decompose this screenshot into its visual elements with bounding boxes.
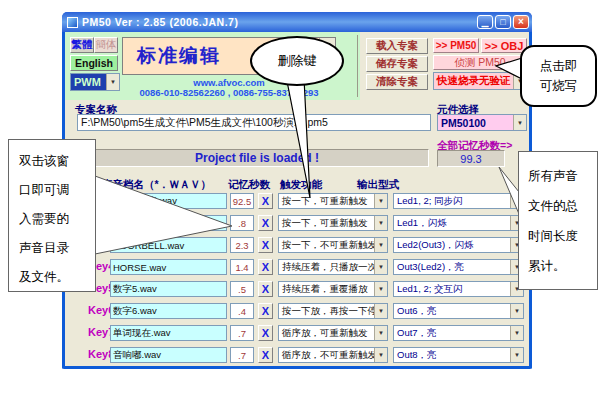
callout-line: 口即可调 (19, 176, 95, 205)
output-dropdown[interactable]: Out7，亮▼ (393, 325, 524, 341)
seconds-field[interactable] (230, 259, 254, 275)
seconds-field[interactable] (230, 215, 254, 231)
output-value: Out3(Led2)，亮 (394, 260, 510, 274)
component-value: PM50100 (438, 115, 513, 130)
trigger-value: 持续压着，重覆播放 (279, 282, 374, 296)
minimize-button[interactable]: ▁ (477, 15, 493, 29)
save-project-button[interactable]: 储存专案 (366, 56, 428, 72)
trigger-dropdown[interactable]: 按一下，不可重新触发▼ (278, 237, 388, 253)
sound-file-input[interactable] (110, 281, 227, 297)
table-row: Key1 X 按一下，可重新触发▼ Led1, 2; 同步闪▼ (65, 193, 529, 210)
delete-button[interactable]: X (258, 281, 273, 297)
chevron-down-icon[interactable]: ▼ (510, 348, 523, 362)
burn-mode-value: 快速烧录无验证 (434, 73, 513, 89)
table-row: Key6 X 按一下放，再按一下停▼ Out6，亮▼ (65, 303, 529, 320)
seconds-field[interactable] (230, 237, 254, 253)
total-seconds-value: 99.3 (437, 150, 505, 167)
output-value: Out7，亮 (394, 326, 510, 340)
key-label: Key7 (88, 326, 112, 338)
table-row: Key2 X 按一下，可重新触发▼ Led1，闪烁▼ (65, 215, 529, 232)
output-dropdown[interactable]: Led1, 2; 交互闪▼ (393, 281, 524, 297)
trigger-value: 循序放，可重新触发 (279, 326, 374, 340)
sound-file-input[interactable] (110, 325, 227, 341)
output-dropdown[interactable]: Out8，亮▼ (393, 347, 524, 363)
export-obj-button[interactable]: >> OBJ (481, 38, 527, 53)
burn-mode-dropdown[interactable]: 快速烧录无验证 ▼ (433, 72, 527, 90)
header-output-type: 输出型式 (357, 178, 399, 192)
chevron-down-icon[interactable]: ▼ (374, 260, 387, 274)
key-label: Key8 (88, 348, 112, 360)
delete-button[interactable]: X (258, 215, 273, 231)
sound-file-input[interactable] (110, 237, 227, 253)
sound-file-input[interactable] (110, 259, 227, 275)
delete-button[interactable]: X (258, 259, 273, 275)
trigger-dropdown[interactable]: 持续压着，只播放一次▼ (278, 259, 388, 275)
trigger-value: 按一下，不可重新触发 (279, 238, 374, 252)
chevron-down-icon[interactable]: ▼ (510, 326, 523, 340)
output-dropdown[interactable]: Led1, 2; 同步闪▼ (393, 193, 524, 209)
callout-delete-key: 删除键 (250, 36, 344, 86)
callout-line: 累计。 (528, 251, 597, 281)
trigger-dropdown[interactable]: 按一下，可重新触发▼ (278, 215, 388, 231)
callout-line: 入需要的 (19, 205, 95, 234)
output-dropdown[interactable]: Out6，亮▼ (393, 303, 524, 319)
trigger-dropdown[interactable]: 按一下，可重新触发▼ (278, 193, 388, 209)
chevron-down-icon[interactable]: ▼ (374, 238, 387, 252)
close-button[interactable]: × (513, 15, 529, 29)
sound-file-input[interactable] (110, 193, 227, 209)
table-row: Key8 X 循序放，不可重新触发▼ Out8，亮▼ (65, 347, 529, 364)
seconds-field[interactable] (230, 193, 254, 209)
chevron-down-icon[interactable]: ▼ (510, 304, 523, 318)
output-value: Out6，亮 (394, 304, 510, 318)
callout-line: 文件的总 (528, 191, 597, 221)
table-row: Key7 X 循序放，可重新触发▼ Out7，亮▼ (65, 325, 529, 342)
toolbar-separator (357, 35, 358, 97)
delete-button[interactable]: X (258, 237, 273, 253)
chevron-down-icon[interactable]: ▼ (374, 194, 387, 208)
delete-button[interactable]: X (258, 303, 273, 319)
delete-button[interactable]: X (258, 193, 273, 209)
maximize-button[interactable]: □ (495, 15, 511, 29)
chevron-down-icon[interactable]: ▼ (374, 282, 387, 296)
chevron-down-icon[interactable]: ▼ (374, 304, 387, 318)
clear-project-button[interactable]: 清除专案 (366, 74, 428, 90)
export-pm50-button[interactable]: >> PM50 (433, 38, 479, 53)
detect-pm50-button[interactable]: 侦测 PM50 (433, 55, 527, 70)
screenshot-canvas: PM50 Ver : 2.85 (2006.JAN.7) ▁ □ × 繁體 簡体… (0, 0, 600, 400)
callout-line: 及文件。 (19, 263, 95, 292)
trigger-dropdown[interactable]: 循序放，可重新触发▼ (278, 325, 388, 341)
component-dropdown[interactable]: PM50100 ▼ (437, 114, 527, 131)
phone-numbers: 0086-010-82562260 , 0086-755-83775293 (105, 87, 353, 98)
header-memory-seconds: 记忆秒数 (228, 178, 270, 192)
output-dropdown[interactable]: Out3(Led2)，亮▼ (393, 259, 524, 275)
chevron-down-icon[interactable]: ▼ (513, 115, 526, 130)
output-dropdown[interactable]: Led2(Out3)，闪烁▼ (393, 237, 524, 253)
seconds-field[interactable] (230, 325, 254, 341)
callout-line: 所有声音 (528, 161, 597, 191)
sound-file-input[interactable] (110, 303, 227, 319)
chevron-down-icon[interactable]: ▼ (374, 326, 387, 340)
seconds-field[interactable] (230, 303, 254, 319)
english-button[interactable]: English (70, 55, 118, 71)
delete-button[interactable]: X (258, 325, 273, 341)
window-title: PM50 Ver : 2.85 (2006.JAN.7) (82, 16, 475, 28)
project-path-input[interactable] (77, 114, 431, 131)
status-bar: Project file is loaded ! (85, 149, 429, 167)
trigger-dropdown[interactable]: 持续压着，重覆播放▼ (278, 281, 388, 297)
seconds-field[interactable] (230, 281, 254, 297)
output-dropdown[interactable]: Led1，闪烁▼ (393, 215, 524, 231)
seconds-field[interactable] (230, 347, 254, 363)
delete-button[interactable]: X (258, 347, 273, 363)
chevron-down-icon[interactable]: ▼ (374, 216, 387, 230)
lang-simplified-button[interactable]: 簡体 (94, 37, 118, 53)
sound-file-input[interactable] (110, 215, 227, 231)
load-project-button[interactable]: 载入专案 (366, 38, 428, 54)
trigger-dropdown[interactable]: 循序放，不可重新触发▼ (278, 347, 388, 363)
title-bar[interactable]: PM50 Ver : 2.85 (2006.JAN.7) ▁ □ × (62, 12, 532, 32)
trigger-dropdown[interactable]: 按一下放，再按一下停▼ (278, 303, 388, 319)
chevron-down-icon[interactable]: ▼ (374, 348, 387, 362)
sound-file-input[interactable] (110, 347, 227, 363)
lang-traditional-button[interactable]: 繁體 (70, 37, 94, 53)
callout-double-click: 双击该窗 口即可调 入需要的 声音目录 及文件。 (8, 139, 96, 292)
trigger-value: 按一下，可重新触发 (279, 216, 374, 230)
